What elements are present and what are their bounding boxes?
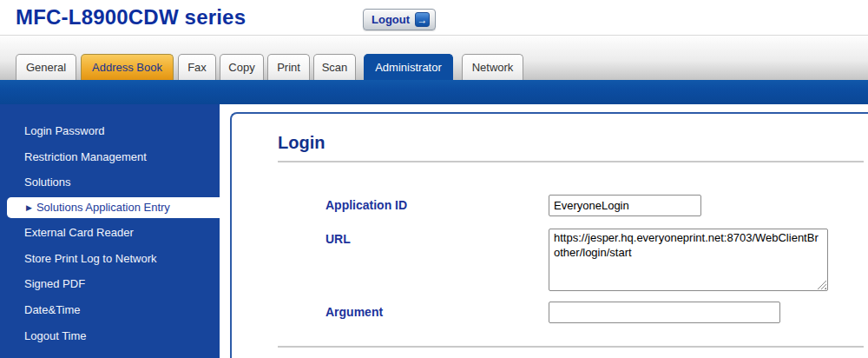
section-heading: Login: [278, 133, 325, 153]
tab-administrator[interactable]: Administrator: [364, 54, 453, 80]
application-id-label: Application ID: [326, 198, 407, 212]
logout-arrow-icon: →: [415, 12, 430, 27]
sidebar-item-label: Solutions Application Entry: [36, 201, 170, 214]
sidebar-item-store-print-log[interactable]: Store Print Log to Network: [0, 249, 220, 269]
header: MFC-L8900CDW series Logout →: [0, 0, 868, 36]
logout-button-label: Logout: [372, 13, 410, 26]
page-title: MFC-L8900CDW series: [16, 5, 246, 30]
sidebar-item-solutions-application-entry[interactable]: ▶Solutions Application Entry: [7, 197, 231, 218]
tab-scan[interactable]: Scan: [313, 54, 356, 80]
url-textarea[interactable]: [549, 229, 828, 291]
sidebar-item-external-card-reader[interactable]: External Card Reader: [0, 222, 220, 243]
sidebar-item-signed-pdf[interactable]: Signed PDF: [0, 274, 220, 295]
logout-button[interactable]: Logout →: [363, 9, 436, 30]
sidebar-item-login-password[interactable]: Login Password: [0, 121, 220, 142]
app-window: MFC-L8900CDW series Logout → General Add…: [0, 0, 868, 358]
tab-network[interactable]: Network: [462, 54, 523, 80]
sidebar-item-restriction-management[interactable]: Restriction Management: [0, 147, 220, 168]
sidebar-nav: Login Password Restriction Management So…: [0, 104, 220, 358]
content-panel: Login Application ID URL Argument: [230, 112, 868, 358]
tab-underline-bar: [0, 80, 868, 104]
section-divider: [278, 346, 864, 348]
tab-copy[interactable]: Copy: [220, 54, 264, 80]
argument-input[interactable]: [549, 302, 780, 323]
tab-bar: General Address Book Fax Copy Print Scan…: [0, 36, 868, 80]
tab-fax[interactable]: Fax: [178, 54, 216, 80]
sidebar-item-date-time[interactable]: Date&Time: [0, 300, 220, 321]
url-label: URL: [326, 232, 351, 246]
tab-address-book[interactable]: Address Book: [81, 54, 174, 80]
tab-print[interactable]: Print: [267, 54, 310, 80]
sidebar-item-logout-time[interactable]: Logout Time: [0, 326, 220, 347]
argument-label: Argument: [326, 305, 383, 319]
tab-general[interactable]: General: [16, 54, 76, 80]
application-id-input[interactable]: [549, 195, 701, 216]
sidebar-item-solutions[interactable]: Solutions: [0, 172, 220, 193]
selected-item-arrow-icon: ▶: [26, 203, 32, 212]
heading-divider: [278, 161, 864, 162]
